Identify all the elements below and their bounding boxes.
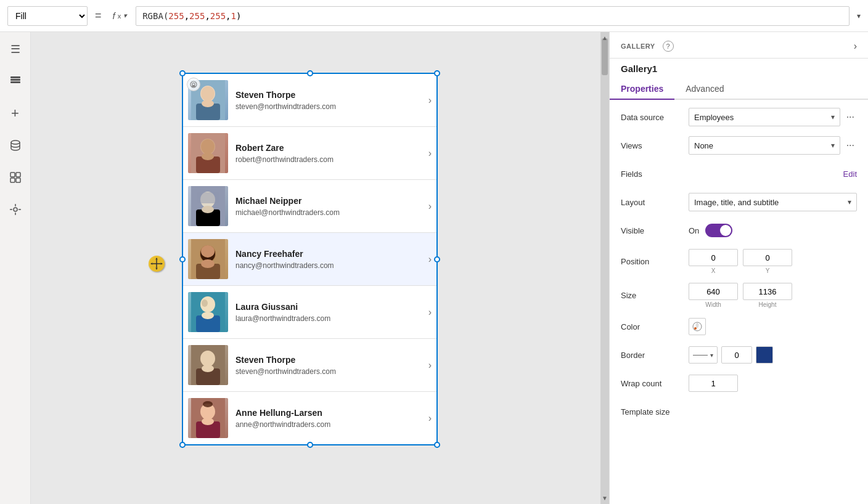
prop-label-views: Views bbox=[621, 141, 689, 150]
datasource-dropdown[interactable]: Employees ▾ bbox=[689, 108, 840, 126]
tab-advanced[interactable]: Advanced bbox=[674, 79, 735, 100]
prop-row-wrap-count: Wrap count bbox=[621, 373, 857, 393]
formula-g: 255 bbox=[189, 11, 205, 21]
scroll-down-arrow[interactable]: ▼ bbox=[600, 494, 609, 503]
prop-label-border: Border bbox=[621, 351, 689, 360]
wrap-count-input[interactable] bbox=[689, 375, 738, 392]
svg-point-8 bbox=[14, 208, 17, 211]
gallery-item-name: Michael Neipper bbox=[235, 196, 424, 206]
gallery-item[interactable]: Steven Thorpe steven@northwindtraders.co… bbox=[183, 339, 436, 392]
handle-mid-left[interactable] bbox=[179, 256, 186, 262]
scroll-thumb[interactable] bbox=[602, 38, 608, 75]
svg-rect-5 bbox=[16, 173, 20, 177]
views-ellipsis[interactable]: ··· bbox=[844, 139, 857, 152]
avatar-7 bbox=[188, 398, 228, 438]
formula-dropdown-arrow[interactable]: ▾ bbox=[123, 12, 127, 20]
equals-symbol: = bbox=[92, 9, 104, 22]
border-style-dropdown[interactable]: —— ▾ bbox=[689, 346, 718, 364]
gallery-item-email: anne@northwindtraders.com bbox=[235, 420, 424, 429]
database-icon[interactable] bbox=[6, 136, 25, 155]
gallery-item-chevron: › bbox=[428, 360, 432, 371]
svg-rect-6 bbox=[10, 178, 15, 182]
prop-row-datasource: Data source Employees ▾ ··· bbox=[621, 107, 857, 127]
position-x-input[interactable] bbox=[689, 249, 738, 266]
toolbar: Fill = fx ▾ RGBA(255, 255, 255, 1) ▾ bbox=[0, 0, 868, 32]
visible-toggle-label: On bbox=[689, 226, 699, 235]
avatar-6 bbox=[188, 345, 228, 385]
views-dropdown[interactable]: None ▾ bbox=[689, 136, 840, 155]
tab-properties[interactable]: Properties bbox=[610, 79, 674, 100]
avatar-4 bbox=[188, 239, 228, 279]
size-height-input[interactable] bbox=[743, 283, 792, 300]
gallery-item[interactable]: Anne Hellung-Larsen anne@northwindtrader… bbox=[183, 392, 436, 444]
prop-value-layout: Image, title, and subtitle ▾ bbox=[689, 193, 857, 211]
panel-gallery-left: GALLERY ? bbox=[621, 41, 674, 52]
visible-toggle[interactable] bbox=[705, 224, 732, 237]
gallery-item[interactable]: Laura Giussani laura@northwindtraders.co… bbox=[183, 286, 436, 339]
layout-dropdown[interactable]: Image, title, and subtitle ▾ bbox=[689, 193, 857, 211]
add-icon[interactable]: + bbox=[6, 104, 25, 123]
formula-r: 255 bbox=[168, 11, 184, 21]
views-chevron: ▾ bbox=[831, 141, 835, 150]
fill-select[interactable]: Fill bbox=[7, 6, 88, 26]
views-value: None bbox=[694, 141, 713, 150]
svg-rect-14 bbox=[192, 85, 195, 87]
gallery-item[interactable]: Nancy Freehafer nancy@northwindtraders.c… bbox=[183, 233, 436, 286]
prop-row-layout: Layout Image, title, and subtitle ▾ bbox=[621, 192, 857, 212]
svg-point-44 bbox=[202, 365, 214, 372]
border-width-input[interactable] bbox=[721, 346, 752, 364]
panel-section-label: GALLERY bbox=[621, 43, 655, 50]
gallery-item[interactable]: Michael Neipper michael@northwindtraders… bbox=[183, 180, 436, 233]
panel-collapse-chevron[interactable]: › bbox=[854, 41, 857, 52]
position-y-input[interactable] bbox=[743, 249, 792, 266]
prop-row-position: Position X Y bbox=[621, 249, 857, 274]
gallery-item-email: michael@northwindtraders.com bbox=[235, 208, 424, 217]
svg-point-17 bbox=[201, 86, 215, 101]
formula-sep2: , bbox=[205, 11, 210, 21]
formula-text-rgba: RGBA( bbox=[142, 11, 168, 21]
border-color-swatch[interactable] bbox=[756, 346, 773, 364]
fx-label: f bbox=[113, 10, 115, 21]
components-icon[interactable] bbox=[6, 168, 25, 187]
toggle-knob bbox=[720, 225, 731, 236]
gallery-item[interactable]: Robert Zare robert@northwindtraders.com … bbox=[183, 127, 436, 180]
prop-label-size: Size bbox=[621, 291, 689, 300]
formula-bar-chevron[interactable]: ▾ bbox=[857, 12, 861, 20]
hamburger-icon[interactable]: ☰ bbox=[6, 39, 25, 59]
handle-top-left[interactable] bbox=[179, 70, 186, 76]
gallery-item-chevron: › bbox=[428, 95, 432, 106]
tools-icon[interactable] bbox=[6, 200, 25, 219]
handle-bottom-center[interactable] bbox=[307, 442, 313, 448]
handle-bottom-left[interactable] bbox=[179, 442, 186, 448]
fx-button[interactable]: fx ▾ bbox=[109, 10, 131, 21]
handle-mid-right[interactable] bbox=[434, 256, 440, 262]
handle-top-center[interactable] bbox=[307, 70, 313, 76]
svg-point-3 bbox=[11, 140, 20, 144]
panel-help-icon[interactable]: ? bbox=[663, 41, 674, 52]
gallery-component[interactable]: Steven Thorpe steven@northwindtraders.co… bbox=[182, 73, 438, 445]
prop-label-color: Color bbox=[621, 322, 689, 331]
handle-bottom-right[interactable] bbox=[434, 442, 440, 448]
canvas-scrollbar[interactable]: ▲ ▼ bbox=[600, 32, 609, 504]
datasource-ellipsis[interactable]: ··· bbox=[844, 110, 857, 124]
gallery-item-text: Anne Hellung-Larsen anne@northwindtrader… bbox=[235, 408, 424, 429]
pos-x-container: X bbox=[689, 249, 738, 274]
svg-point-38 bbox=[202, 299, 208, 307]
size-width-input[interactable] bbox=[689, 283, 738, 300]
gallery-item-text: Michael Neipper michael@northwindtraders… bbox=[235, 196, 424, 217]
prop-label-visible: Visible bbox=[621, 226, 689, 235]
scroll-up-arrow[interactable]: ▲ bbox=[600, 33, 609, 43]
fields-edit-link[interactable]: Edit bbox=[843, 169, 857, 179]
prop-value-size: Width Height bbox=[689, 283, 857, 308]
color-swatch[interactable] bbox=[689, 318, 706, 335]
formula-bar[interactable]: RGBA(255, 255, 255, 1) bbox=[136, 6, 850, 26]
size-h-container: Height bbox=[743, 283, 792, 308]
layers-icon[interactable] bbox=[6, 71, 25, 91]
size-w-container: Width bbox=[689, 283, 738, 308]
handle-top-right[interactable] bbox=[434, 70, 440, 76]
formula-b: 255 bbox=[210, 11, 226, 21]
panel-header: GALLERY ? › bbox=[610, 32, 868, 59]
border-style-chevron: ▾ bbox=[710, 352, 713, 359]
gallery-item[interactable]: Steven Thorpe steven@northwindtraders.co… bbox=[183, 74, 436, 127]
prop-label-layout: Layout bbox=[621, 198, 689, 207]
